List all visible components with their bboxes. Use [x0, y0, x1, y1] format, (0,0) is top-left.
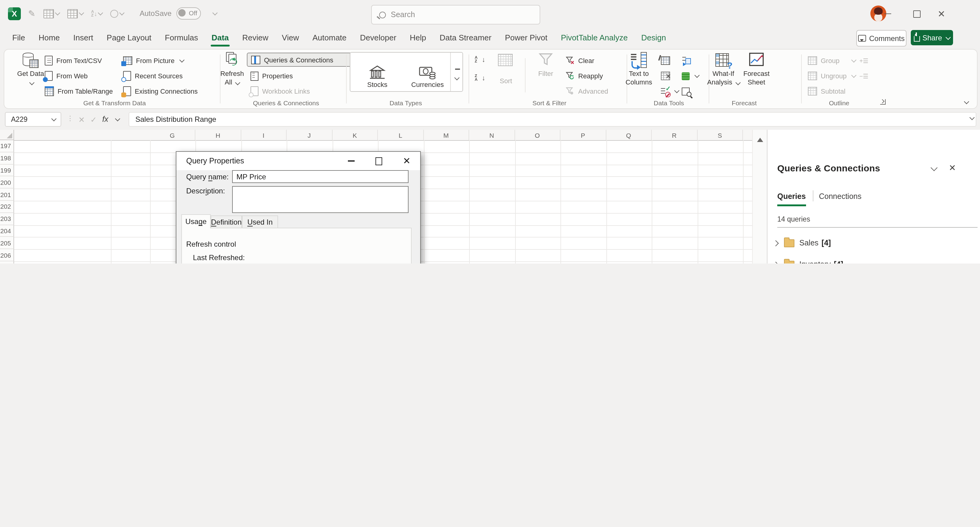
select-all-corner[interactable] [0, 130, 14, 140]
search-input[interactable]: Search [371, 5, 540, 24]
tab-insert[interactable]: Insert [67, 27, 100, 48]
tab-home[interactable]: Home [32, 27, 67, 48]
table-icon[interactable] [43, 9, 59, 18]
tab-automate[interactable]: Automate [305, 27, 353, 48]
data-model-button[interactable] [682, 69, 699, 83]
row-header[interactable]: 198 [0, 152, 14, 165]
name-box[interactable]: A229 [5, 112, 61, 127]
data-validation-button[interactable]: ✓ [661, 84, 679, 98]
column-header[interactable]: N [469, 130, 515, 140]
insert-function-icon[interactable]: fx [102, 115, 108, 124]
stocks-data-type[interactable]: Stocks [354, 55, 401, 88]
clear-filter-button[interactable]: Clear [565, 54, 595, 67]
properties-button[interactable]: Properties [250, 69, 293, 83]
what-if-analysis-button[interactable]: ? What-IfAnalysis [706, 52, 740, 96]
column-header[interactable]: L [378, 130, 423, 140]
tab-help[interactable]: Help [403, 27, 433, 48]
dialog-maximize-button[interactable] [366, 152, 391, 170]
qat-overflow-icon[interactable] [213, 10, 218, 16]
tree-item-sales[interactable]: Sales[4] [767, 233, 980, 253]
autosave-control[interactable]: AutoSave Off [140, 7, 217, 20]
tab-formulas[interactable]: Formulas [158, 27, 205, 48]
tab-view[interactable]: View [275, 27, 305, 48]
panel-close-icon[interactable]: ✕ [949, 163, 956, 173]
restore-button[interactable] [907, 0, 928, 27]
close-button[interactable]: ✕ [931, 0, 952, 27]
sort-descending-button[interactable]: ZA↓ [475, 71, 485, 84]
tab-developer[interactable]: Developer [353, 27, 403, 48]
from-web-button[interactable]: From Web [45, 69, 88, 83]
column-header[interactable]: H [196, 130, 241, 140]
column-header[interactable]: P [560, 130, 606, 140]
column-header[interactable]: J [286, 130, 332, 140]
tab-data[interactable]: Data [205, 27, 235, 48]
links-icon[interactable] [111, 10, 124, 17]
confirm-entry-icon[interactable]: ✓ [90, 115, 97, 124]
tab-definition[interactable]: Definition [211, 216, 242, 228]
tab-file[interactable]: File [5, 27, 32, 48]
row-header[interactable]: 207 [0, 261, 14, 264]
row-header[interactable]: 205 [0, 237, 14, 249]
expand-icon[interactable] [773, 240, 779, 246]
data-types-more-icon[interactable] [455, 68, 460, 82]
row-header[interactable]: 204 [0, 225, 14, 237]
column-header[interactable]: G [150, 130, 196, 140]
cancel-entry-icon[interactable]: ✕ [78, 115, 85, 124]
row-header[interactable]: 202 [0, 201, 14, 213]
outline-dialog-launcher-icon[interactable] [880, 99, 886, 105]
column-header[interactable]: R [652, 130, 697, 140]
refresh-all-button[interactable]: RefreshAll [218, 52, 247, 96]
tab-design[interactable]: Design [635, 27, 673, 48]
row-header[interactable]: 200 [0, 176, 14, 189]
description-input[interactable] [232, 186, 409, 213]
flash-fill-button[interactable] [661, 54, 670, 67]
column-header[interactable]: M [423, 130, 469, 140]
row-header[interactable]: 199 [0, 164, 14, 176]
remove-duplicates-button[interactable]: ✕ [661, 69, 670, 83]
column-header[interactable]: K [332, 130, 378, 140]
panel-chevron-down-icon[interactable] [931, 164, 938, 171]
from-table-range-button[interactable]: From Table/Range [45, 84, 113, 98]
relationships-button[interactable] [682, 84, 690, 98]
panel-tab-connections[interactable]: Connections [819, 192, 861, 201]
consolidate-button[interactable] [682, 54, 691, 67]
row-header[interactable]: 206 [0, 249, 14, 261]
sort-ascending-button[interactable]: AZ↓ [475, 52, 485, 66]
insert-cells-icon[interactable] [67, 9, 83, 18]
expand-icon[interactable] [773, 261, 779, 264]
panel-tab-queries[interactable]: Queries [777, 192, 806, 201]
currencies-data-type[interactable]: Currencies [404, 55, 451, 88]
dialog-minimize-button[interactable] [339, 152, 363, 170]
dialog-title-bar[interactable]: Query Properties ✕ [177, 152, 420, 170]
tab-usage[interactable]: Usage [181, 214, 211, 228]
sort-filter-icon[interactable]: AZ↓ [91, 10, 102, 17]
fx-dropdown-icon[interactable] [115, 116, 120, 122]
forecast-sheet-button[interactable]: ForecastSheet [740, 52, 772, 96]
scroll-up-icon[interactable] [757, 135, 763, 142]
excel-logo-icon[interactable]: X [8, 7, 21, 20]
query-name-input[interactable]: MP Price [232, 170, 409, 183]
get-data-button[interactable]: Get Data [14, 52, 47, 96]
recent-sources-button[interactable]: Recent Sources [123, 69, 183, 83]
autosave-toggle[interactable]: Off [177, 7, 201, 20]
row-header[interactable]: 197 [0, 140, 14, 152]
from-picture-button[interactable]: From Picture [123, 54, 184, 67]
namebox-divider[interactable]: ⋮ [67, 114, 73, 122]
tab-page-layout[interactable]: Page Layout [100, 27, 158, 48]
tab-review[interactable]: Review [235, 27, 275, 48]
tab-data-streamer[interactable]: Data Streamer [433, 27, 498, 48]
comments-button[interactable]: Comments [856, 30, 907, 46]
column-header[interactable]: I [241, 130, 286, 140]
share-button[interactable]: Share [911, 30, 953, 45]
tab-used-in[interactable]: Used In [242, 216, 278, 228]
reapply-filter-button[interactable]: Reapply [565, 69, 603, 83]
row-header[interactable]: 201 [0, 189, 14, 201]
queries-connections-button[interactable]: Queries & Connections [247, 52, 361, 67]
column-header[interactable]: S [697, 130, 743, 140]
tree-item-inventory[interactable]: Inventory[4] [767, 254, 980, 264]
formula-input[interactable]: Sales Distribution Range [129, 112, 976, 127]
column-header[interactable]: Q [606, 130, 652, 140]
format-painter-icon[interactable]: ✎ [28, 9, 35, 18]
vertical-scrollbar[interactable] [752, 130, 767, 264]
text-to-columns-button[interactable]: Text toColumns [622, 52, 656, 96]
